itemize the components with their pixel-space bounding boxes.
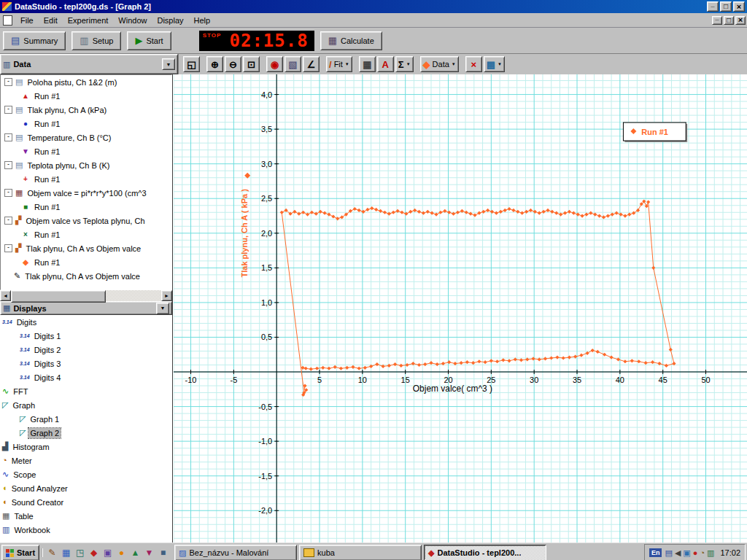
data-tree-item-objem-valce-vs-teplota-plynu-ch[interactable]: -▞Objem valce vs Teplota plynu, Ch: [1, 214, 171, 228]
data-tree-item-run-1[interactable]: ◆Run #1: [1, 255, 171, 269]
restore-button[interactable]: [720, 1, 732, 12]
scrollbar-thumb[interactable]: [11, 290, 106, 303]
expand-toggle-icon[interactable]: -: [4, 78, 12, 86]
graph-display[interactable]: -10-55101520253035404550-2,0-1,5-1,0-0,5…: [173, 74, 747, 542]
expand-toggle-icon[interactable]: -: [4, 133, 12, 141]
displays-tree-item-fft[interactable]: ∿FFT: [0, 384, 172, 398]
quicklaunch-icon-5[interactable]: ▣: [101, 548, 114, 557]
task-button-datastudio-tepl200[interactable]: ◆DataStudio - tepl200...: [424, 545, 546, 560]
expand-toggle-icon[interactable]: -: [4, 217, 12, 225]
start-menu-button[interactable]: Start: [1, 545, 39, 560]
quicklaunch-icon-9[interactable]: ■: [157, 548, 169, 557]
displays-panel-header[interactable]: ▦ Displays ▼: [0, 301, 172, 315]
displays-tree-item-digits-2[interactable]: 3.14Digits 2: [0, 343, 172, 357]
scroll-right-button[interactable]: ►: [161, 290, 172, 301]
minimize-button[interactable]: [707, 1, 719, 12]
scheduler-icon[interactable]: ◔: [700, 549, 705, 557]
data-tree-item-teplota-plynu-ch-b-k[interactable]: -▤Teplota plynu, Ch B (K): [1, 158, 171, 172]
zoom-in-button[interactable]: ⊕: [206, 56, 223, 72]
scale-to-fit-button[interactable]: ◱: [183, 56, 200, 72]
displays-panel-dropdown-button[interactable]: ▼: [156, 303, 169, 314]
data-tree-item-run-1[interactable]: ▼Run #1: [1, 144, 171, 158]
close-button[interactable]: [733, 1, 745, 12]
scroll-left-button[interactable]: ◄: [0, 290, 11, 301]
keyboard-layout-icon[interactable]: ▤: [665, 549, 672, 557]
setup-button[interactable]: ▥ Setup: [71, 31, 121, 50]
menu-display[interactable]: Display: [152, 15, 188, 26]
data-tree-item-run-1[interactable]: +Run #1: [1, 172, 171, 186]
displays-tree-item-scope[interactable]: ∿Scope: [0, 467, 172, 481]
data-tree-item-tlak-plynu-ch-a-vs-objem-valce[interactable]: ✎Tlak plynu, Ch A vs Objem valce: [1, 269, 171, 283]
displays-tree-item-sound-creator[interactable]: ◖Sound Creator: [0, 495, 172, 509]
displays-tree-item-digits-3[interactable]: 3.14Digits 3: [0, 357, 172, 370]
child-minimize-button[interactable]: [712, 16, 722, 25]
calculate-button[interactable]: ▦ Calculate: [320, 31, 382, 50]
menu-edit[interactable]: Edit: [39, 15, 63, 26]
data-tree-item-run-1[interactable]: ▲Run #1: [1, 89, 171, 103]
displays-tree-item-histogram[interactable]: ▟Histogram: [0, 440, 172, 454]
task-button-kuba[interactable]: kuba: [299, 545, 422, 560]
menu-file[interactable]: File: [15, 15, 39, 26]
quicklaunch-icon-1[interactable]: ✎: [46, 548, 58, 557]
data-tree-item-tlak-plynu-ch-a-vs-objem-valce[interactable]: -▞Tlak plynu, Ch A vs Objem valce: [1, 241, 171, 255]
calculator-button[interactable]: ▦: [359, 56, 376, 72]
note-tool-button[interactable]: ▧: [285, 56, 301, 72]
keyboard-language-indicator[interactable]: En: [649, 548, 662, 557]
menu-window[interactable]: Window: [113, 15, 152, 26]
displays-tree-item-workbook[interactable]: ▥Workbook: [0, 523, 172, 537]
displays-tree-item-digits-4[interactable]: 3.14Digits 4: [0, 370, 172, 384]
slope-tool-button[interactable]: ∠: [303, 56, 320, 72]
displays-tree-item-digits-1[interactable]: 3.14Digits 1: [0, 329, 172, 343]
horizontal-scrollbar[interactable]: ◄ ►: [0, 290, 172, 301]
quicklaunch-icon-3[interactable]: ◳: [74, 548, 86, 557]
menu-experiment[interactable]: Experiment: [63, 15, 114, 26]
graph-settings-menu-button[interactable]: ▩▼: [484, 56, 505, 72]
quicklaunch-icon-4[interactable]: ◆: [88, 548, 100, 557]
expand-toggle-icon[interactable]: -: [4, 161, 12, 169]
zoom-out-button[interactable]: ⊖: [225, 56, 241, 72]
quicklaunch-icon-7[interactable]: ▲: [129, 548, 142, 557]
antivirus-icon[interactable]: ●: [693, 549, 698, 557]
displays-tree-item-meter[interactable]: ◔Meter: [0, 454, 172, 467]
data-panel-header[interactable]: ▥ Data ▼: [0, 54, 178, 74]
document-icon[interactable]: [3, 15, 12, 26]
task-button-bez-n-zvu-malov-n[interactable]: ▨Bez_názvu - Malování: [174, 545, 297, 560]
displays-tree-item-graph-2[interactable]: ◸Graph 2: [0, 426, 172, 440]
data-tree-item-run-1[interactable]: ●Run #1: [1, 117, 171, 131]
zoom-select-button[interactable]: ⊡: [243, 56, 260, 72]
child-restore-button[interactable]: [724, 16, 734, 25]
start-button[interactable]: ▶ Start: [127, 31, 171, 50]
quicklaunch-icon-8[interactable]: ▼: [143, 548, 155, 557]
child-close-button[interactable]: [735, 16, 746, 25]
data-menu-button[interactable]: ◆Data▼: [420, 56, 459, 72]
displays-tree-item-graph[interactable]: ◸Graph: [0, 398, 172, 412]
text-tool-button[interactable]: A: [377, 56, 394, 72]
data-tree-item-run-1[interactable]: ■Run #1: [1, 200, 171, 214]
quicklaunch-icon-2[interactable]: ▦: [60, 548, 72, 557]
summary-button[interactable]: ▤ Summary: [3, 31, 66, 50]
displays-tree-item-table[interactable]: ▦Table: [0, 509, 172, 523]
expand-toggle-icon[interactable]: -: [4, 244, 12, 252]
run-1-series-line[interactable]: [282, 201, 674, 394]
fit-menu-button[interactable]: /Fit▼: [326, 56, 352, 72]
menu-help[interactable]: Help: [189, 15, 216, 26]
data-tree-item-objem-valce-pi-r-r-y-100-cm-3[interactable]: -▦Objem valce = pi*r*r*y*100 (cm^3: [1, 186, 171, 200]
expand-toggle-icon[interactable]: -: [4, 189, 12, 197]
display-settings-icon[interactable]: ▣: [683, 549, 690, 557]
scrollbar-track[interactable]: [11, 290, 161, 301]
pressure-volume-chart[interactable]: -10-55101520253035404550-2,0-1,5-1,0-0,5…: [174, 74, 747, 542]
statistics-menu-button[interactable]: Σ▼: [395, 56, 414, 72]
data-tree-item-poloha-pistu-ch-1-2-m[interactable]: -▤Poloha pistu, Ch 1&2 (m): [1, 75, 171, 89]
quicklaunch-icon-6[interactable]: ●: [115, 548, 128, 557]
displays-tree-item-sound-analyzer[interactable]: ◖Sound Analyzer: [0, 481, 172, 495]
smart-tool-button[interactable]: ◉: [266, 56, 283, 72]
displays-tree-item-digits[interactable]: 3.14Digits: [0, 315, 172, 329]
delete-button[interactable]: ×: [465, 56, 482, 72]
volume-icon[interactable]: ◀: [675, 549, 681, 557]
data-tree-item-run-1[interactable]: ×Run #1: [1, 228, 171, 241]
displays-tree-item-graph-1[interactable]: ◸Graph 1: [0, 412, 172, 426]
expand-toggle-icon[interactable]: -: [4, 106, 12, 114]
network-icon[interactable]: ▥: [707, 549, 714, 557]
data-panel-dropdown-button[interactable]: ▼: [162, 58, 175, 70]
data-tree-item-temperature-ch-b-c[interactable]: -▤Temperature, Ch B (°C): [1, 131, 171, 144]
